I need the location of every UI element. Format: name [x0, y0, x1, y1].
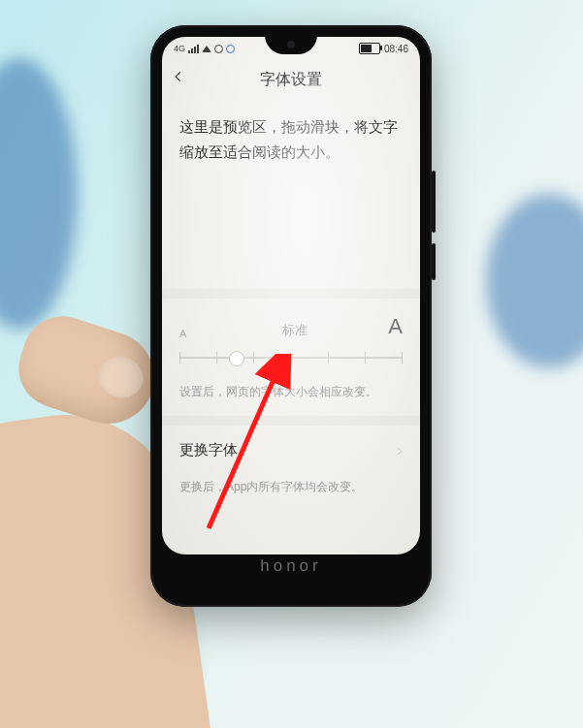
background-blob [486, 194, 583, 368]
phone-body: 4G 08:46 字体设置 这里是预览 [150, 25, 432, 607]
phone-brand: honor [150, 556, 432, 595]
section-divider [162, 416, 420, 426]
photo-canvas: 4G 08:46 字体设置 这里是预览 [0, 0, 583, 728]
slider-label-standard: 标准 [282, 322, 308, 339]
change-font-label: 更换字体 [179, 441, 238, 459]
signal-icon [188, 45, 199, 53]
nav-bar: 字体设置 [162, 58, 420, 101]
background-blob [0, 58, 78, 330]
status-indicator-icon [226, 45, 235, 53]
change-font-row[interactable]: 更换字体 [162, 426, 420, 475]
section-divider [162, 289, 420, 299]
slider-label-large: A [388, 314, 403, 339]
slider-label-small: A [179, 328, 186, 339]
font-size-slider-section: A 标准 A [162, 299, 420, 378]
font-preview-area: 这里是预览区，拖动滑块，将文字缩放至适合阅读的大小。 [162, 101, 420, 289]
clock: 08:46 [384, 44, 408, 54]
back-button[interactable] [172, 70, 191, 89]
status-indicator-icon [214, 45, 223, 53]
page-title: 字体设置 [260, 70, 322, 90]
chevron-right-icon [395, 442, 405, 459]
wifi-icon [202, 46, 211, 52]
preview-text: 这里是预览区，拖动滑块，将文字缩放至适合阅读的大小。 [179, 118, 398, 160]
slider-thumb[interactable] [229, 351, 244, 366]
chevron-left-icon [172, 70, 185, 83]
font-size-slider[interactable] [179, 343, 403, 372]
phone-screen: 4G 08:46 字体设置 这里是预览 [162, 37, 420, 554]
volume-button [432, 171, 436, 233]
network-label: 4G [174, 44, 185, 53]
power-button [432, 243, 436, 280]
change-font-hint: 更换后，App内所有字体均会改变。 [162, 475, 420, 513]
slider-hint: 设置后，网页的字体大小会相应改变。 [162, 378, 420, 416]
battery-icon [359, 43, 380, 54]
